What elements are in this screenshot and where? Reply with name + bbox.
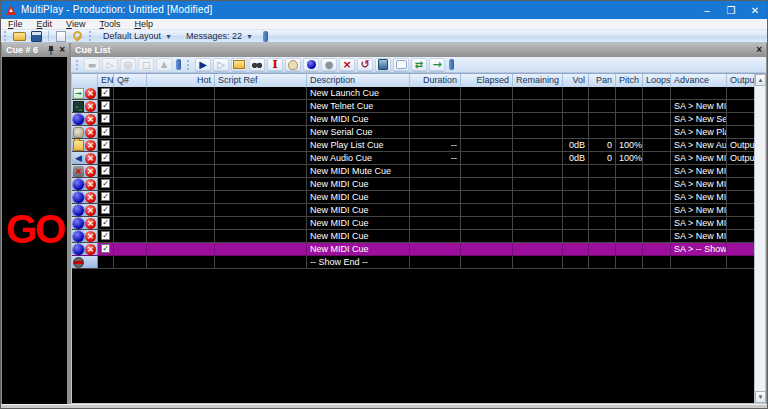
stopall-icon[interactable] — [321, 58, 337, 71]
export-icon[interactable] — [53, 30, 68, 42]
cue-row[interactable]: New Audio Cue--0dB0100%SA > New MI...Out… — [72, 152, 754, 165]
find-icon[interactable] — [249, 58, 265, 71]
col-header-en[interactable]: EN — [98, 74, 114, 87]
toolbar-grip[interactable] — [76, 60, 80, 70]
col-header-remaining[interactable]: Remaining — [513, 74, 563, 87]
next-icon[interactable] — [213, 58, 229, 71]
delete-cue-icon[interactable] — [85, 153, 96, 164]
enabled-checkbox[interactable] — [101, 114, 110, 123]
enabled-checkbox[interactable] — [101, 140, 110, 149]
messages-button[interactable]: Messages: 22 ▼ — [179, 30, 260, 42]
undo-icon[interactable] — [357, 58, 373, 71]
open-file-icon[interactable] — [12, 30, 27, 42]
vertical-scrollbar[interactable]: ▲ ▼ — [754, 74, 765, 403]
cue-row[interactable]: New MIDI CueSA > New MI... — [72, 204, 754, 217]
midi-cue-icon[interactable] — [73, 179, 84, 190]
serial-cue-icon[interactable] — [73, 127, 84, 138]
maximize-icon[interactable]: ❐ — [719, 1, 743, 19]
col-header-output[interactable]: Output — [727, 74, 754, 87]
scroll-up-icon[interactable]: ▲ — [755, 74, 766, 86]
cue-row[interactable]: New Launch Cue — [72, 87, 754, 100]
cue-row[interactable]: New MIDI CueSA > New MI... — [72, 178, 754, 191]
col-header-elapsed[interactable]: Elapsed — [461, 74, 513, 87]
goto-icon[interactable] — [429, 58, 445, 71]
col-header-q[interactable]: Q# — [114, 74, 147, 87]
enabled-checkbox[interactable] — [101, 127, 110, 136]
default-layout-button[interactable]: Default Layout ▼ — [96, 30, 179, 42]
midi-cue-icon[interactable] — [73, 205, 84, 216]
enabled-checkbox[interactable] — [101, 205, 110, 214]
cue-row[interactable]: New MIDI CueSA > New MI... — [72, 191, 754, 204]
cue-row[interactable]: New Serial CueSA > New Pla... — [72, 126, 754, 139]
delete-cue-icon[interactable] — [85, 231, 96, 242]
toolbar-grip[interactable] — [89, 31, 93, 41]
enabled-checkbox[interactable] — [101, 166, 110, 175]
menu-view[interactable]: View — [59, 19, 92, 30]
menu-tools[interactable]: Tools — [92, 19, 127, 30]
col-header-loops[interactable]: Loops — [643, 74, 671, 87]
toolbar-drag-bar[interactable] — [449, 59, 454, 70]
options-wrench-icon[interactable] — [70, 30, 85, 42]
cue-row[interactable]: New Play List Cue--0dB0100%SA > New Au..… — [72, 139, 754, 152]
delete-cue-icon[interactable] — [85, 218, 96, 229]
comment-icon[interactable] — [393, 58, 409, 71]
delete-cue-icon[interactable] — [85, 101, 96, 112]
midi-cue-icon[interactable] — [73, 218, 84, 229]
launch-cue-icon[interactable] — [73, 88, 84, 99]
delete-cue-icon[interactable] — [85, 140, 96, 151]
close-icon[interactable]: ✕ — [743, 1, 767, 19]
cue-row[interactable]: New MIDI CueSA > -- Show ... — [72, 243, 754, 256]
col-header-duration[interactable]: Duration — [410, 74, 461, 87]
col-header-icons[interactable] — [72, 74, 98, 87]
toolbar-grip[interactable] — [4, 31, 8, 41]
enabled-checkbox[interactable] — [101, 244, 110, 253]
go-icon[interactable] — [195, 58, 211, 71]
midi-cue-icon[interactable] — [73, 244, 84, 255]
cue-row[interactable]: -- Show End -- — [72, 256, 754, 269]
col-header-hot[interactable]: Hot — [147, 74, 215, 87]
pin-icon[interactable] — [47, 46, 55, 55]
menu-help[interactable]: Help — [127, 19, 160, 30]
cue-row[interactable]: New MIDI CueSA > New MI... — [72, 230, 754, 243]
audio-cue-icon[interactable] — [73, 153, 84, 164]
disk-icon[interactable] — [375, 58, 391, 71]
telnet-cue-icon[interactable] — [73, 101, 84, 112]
close-panel-icon[interactable]: × — [59, 45, 65, 55]
delete-cue-icon[interactable] — [85, 114, 96, 125]
delete-cue-icon[interactable] — [85, 179, 96, 190]
col-header-pan[interactable]: Pan — [589, 74, 616, 87]
cue-row[interactable]: New MIDI Mute CueSA > New MI... — [72, 165, 754, 178]
mute-icon[interactable] — [339, 58, 355, 71]
col-header-desc[interactable]: Description — [307, 74, 410, 87]
menu-edit[interactable]: Edit — [30, 19, 60, 30]
col-header-script_ref[interactable]: Script Ref — [215, 74, 307, 87]
midi-cue-icon[interactable] — [73, 192, 84, 203]
enabled-checkbox[interactable] — [101, 101, 110, 110]
delete-cue-icon[interactable] — [85, 244, 96, 255]
toolbar-drag-bar[interactable] — [263, 31, 268, 42]
midi-cue-icon[interactable] — [73, 114, 84, 125]
enabled-checkbox[interactable] — [101, 179, 110, 188]
wait-icon[interactable] — [267, 58, 283, 71]
col-header-vol[interactable]: Vol — [563, 74, 589, 87]
go-button[interactable]: GO — [6, 209, 64, 249]
minimize-icon[interactable]: – — [695, 1, 719, 19]
col-header-pitch[interactable]: Pitch — [616, 74, 643, 87]
col-header-advance[interactable]: Advance — [671, 74, 727, 87]
enabled-checkbox[interactable] — [101, 153, 110, 162]
sync-icon[interactable] — [411, 58, 427, 71]
delete-cue-icon[interactable] — [85, 192, 96, 203]
cue-row[interactable]: New Telnet CueSA > New MI... — [72, 100, 754, 113]
playlist-icon[interactable] — [231, 58, 247, 71]
scroll-down-icon[interactable]: ▼ — [755, 391, 766, 403]
delete-cue-icon[interactable] — [85, 127, 96, 138]
close-panel-icon[interactable]: × — [756, 45, 762, 55]
manual-icon[interactable] — [285, 58, 301, 71]
cue-row[interactable]: New MIDI CueSA > New MI... — [72, 217, 754, 230]
menu-file[interactable]: File — [1, 19, 30, 30]
toolbar-drag-bar[interactable] — [176, 59, 181, 70]
midi-cue-icon[interactable] — [73, 231, 84, 242]
cue-row[interactable]: New MIDI CueSA > New Ser... — [72, 113, 754, 126]
delete-cue-icon[interactable] — [85, 166, 96, 177]
playlist-cue-icon[interactable] — [73, 140, 84, 151]
